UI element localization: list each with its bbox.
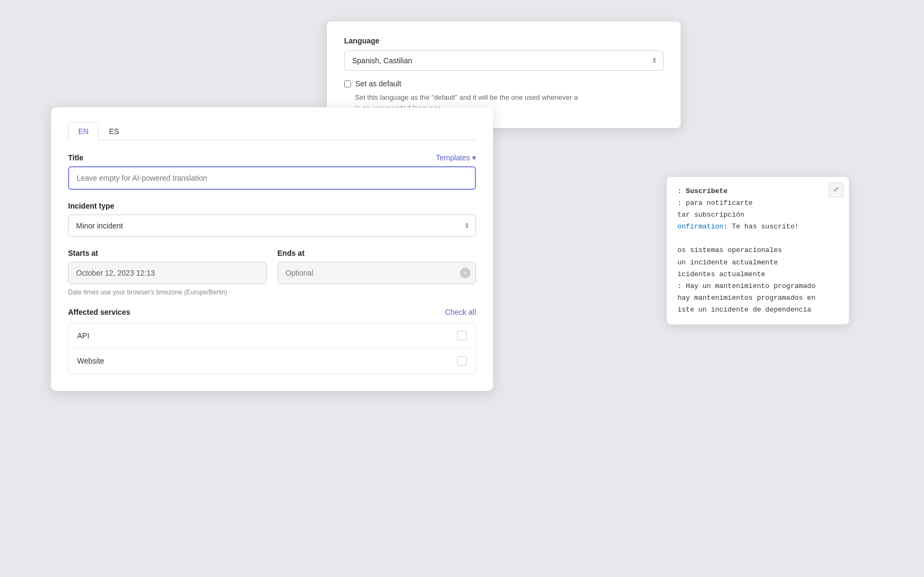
services-list: API Website [68,323,476,374]
expand-button[interactable]: ⤢ [829,182,844,197]
starts-at-group: Starts at October 12, 2023 12:13 [68,249,267,284]
ends-at-clear-button[interactable]: × [460,268,471,278]
incident-type-field-group: Incident type Minor incident ⇕ [68,202,476,237]
title-field-group: Title Templates ▾ [68,153,476,190]
ends-at-input-wrapper: × [278,262,476,284]
tabs: EN ES [68,122,476,140]
incident-type-select[interactable]: Minor incident [68,214,476,237]
title-label: Title [68,153,84,162]
tab-en[interactable]: EN [68,122,99,140]
language-label: Language [344,36,664,45]
starts-at-value[interactable]: October 12, 2023 12:13 [68,262,267,284]
service-name-api: API [77,331,90,340]
incident-type-select-wrapper: Minor incident ⇕ [68,214,476,237]
set-default-label: Set as default [355,79,401,88]
ends-at-group: Ends at × [278,249,476,284]
expand-icon: ⤢ [833,184,839,195]
preview-line-6: os sistemas operacionales [677,245,838,256]
preview-line-3: tar subscripción [677,209,838,221]
preview-line-4: onfirmation: Te has suscrito! [677,221,838,233]
ends-at-input[interactable] [278,262,476,284]
preview-line-1: : Suscríbete [677,186,838,197]
service-item-api: API [69,323,475,349]
title-field-header: Title Templates ▾ [68,153,476,162]
default-checkbox-row: Set as default [344,79,664,88]
service-checkbox-website[interactable] [457,356,467,366]
set-default-checkbox[interactable] [344,80,351,87]
date-row: Starts at October 12, 2023 12:13 Ends at… [68,249,476,284]
starts-at-label: Starts at [68,249,267,257]
language-select[interactable]: Spanish, Castilian [344,50,664,71]
templates-button[interactable]: Templates ▾ [436,153,476,162]
preview-line-9: : Hay un mantenimiento programado [677,280,838,292]
preview-line-5 [677,233,838,245]
templates-arrow-icon: ▾ [472,153,476,162]
tab-es[interactable]: ES [99,122,129,140]
title-input[interactable] [68,166,476,190]
language-select-wrapper: Spanish, Castilian ⇕ [344,50,664,71]
clear-icon: × [464,270,467,276]
preview-line-2: : para notificarte [677,197,838,209]
preview-line-10: hay mantenimientos programados en [677,292,838,304]
services-header: Affected services Check all [68,308,476,316]
preview-line-11: iste un incidente de dependencia [677,304,838,316]
affected-services-label: Affected services [68,308,130,316]
main-panel: EN ES Title Templates ▾ Incident type Mi… [51,107,493,391]
service-checkbox-api[interactable] [457,331,467,341]
check-all-button[interactable]: Check all [445,308,476,316]
preview-panel: ⤢ : Suscríbete : para notificarte tar su… [667,177,849,324]
timezone-hint: Date times use your browser's timezone (… [68,288,476,296]
incident-type-label: Incident type [68,202,476,210]
service-item-website: Website [69,349,475,373]
preview-line-7: un incidente actualmente [677,257,838,269]
ends-at-label: Ends at [278,249,476,257]
preview-line-8: icidentes actualmente [677,269,838,280]
service-name-website: Website [77,357,104,365]
